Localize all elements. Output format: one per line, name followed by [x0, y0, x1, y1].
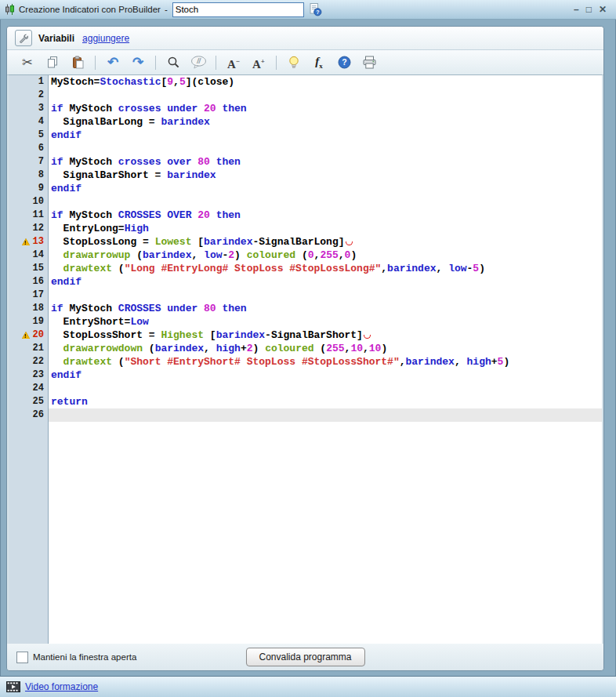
code-line[interactable]: SignalBarShort = barindex	[49, 169, 602, 182]
editor-row: 19 EntryShort=Low	[9, 315, 602, 329]
code-line[interactable]: drawarrowdown (barindex, high+2) coloure…	[49, 342, 602, 355]
code-line[interactable]: if MyStoch CROSSES OVER 20 then	[49, 209, 602, 222]
gutter-cell: 25	[9, 395, 48, 408]
gutter-cell: 9	[9, 182, 48, 195]
svg-text:?: ?	[342, 57, 346, 67]
window-title: Creazione Indicatori con ProBuilder	[19, 5, 161, 14]
line-number: 10	[33, 195, 44, 209]
undo-button[interactable]: ↶	[100, 53, 125, 72]
line-number: 11	[33, 209, 44, 222]
comment-icon: //	[190, 56, 207, 69]
help-button[interactable]: ?	[332, 53, 357, 72]
variables-button[interactable]	[15, 30, 32, 46]
hint-button[interactable]	[281, 53, 306, 72]
title-separator: -	[165, 5, 168, 14]
code-line[interactable]: endif	[49, 129, 602, 142]
validate-program-button[interactable]: Convalida programma	[245, 648, 364, 666]
print-icon	[362, 56, 377, 69]
font-decrease-icon: A−	[227, 56, 240, 70]
editor-row: 22 drawtext ("Short #EntryShort# StopLos…	[9, 355, 602, 368]
code-line[interactable]: endif	[49, 182, 602, 195]
editor-row: 11if MyStoch CROSSES OVER 20 then	[9, 209, 602, 222]
copy-button[interactable]	[40, 53, 65, 72]
footer-bar: Mantieni la finestra aperta Convalida pr…	[7, 644, 603, 670]
code-line[interactable]	[49, 89, 602, 102]
line-number: 20	[33, 329, 44, 342]
code-line[interactable]: SignalBarLong = barindex	[49, 115, 602, 129]
code-line[interactable]: return	[49, 395, 602, 408]
editor-row: 7if MyStoch crosses over 80 then	[9, 155, 602, 169]
cut-button[interactable]: ✂	[15, 53, 40, 72]
code-line[interactable]	[49, 142, 602, 155]
font-increase-button[interactable]: A+	[246, 53, 271, 72]
search-button[interactable]	[161, 53, 186, 72]
editor-row: 1MyStoch=Stochastic[9,5](close)	[9, 75, 602, 89]
line-number: 14	[33, 249, 44, 262]
svg-text:?: ?	[316, 9, 319, 15]
editor-row: 26	[9, 408, 602, 422]
line-number: 18	[33, 302, 44, 315]
line-number: 16	[33, 275, 44, 289]
add-variable-link[interactable]: aggiungere	[82, 33, 129, 44]
code-line[interactable]: drawtext ("Long #EntryLong# StopLoss #St…	[49, 262, 602, 275]
gutter-cell: 2	[9, 89, 48, 102]
function-button[interactable]: fx	[306, 53, 332, 72]
editor-row: 24	[9, 382, 602, 395]
font-increase-icon: A+	[252, 56, 265, 70]
editor-row: 2	[9, 89, 602, 102]
code-line[interactable]: EntryLong=High	[49, 222, 602, 235]
editor-panel: Variabili aggiungere ✂↶↷//A−A+fx? 1MySto…	[6, 26, 604, 671]
redo-button[interactable]: ↷	[125, 53, 150, 72]
gutter-cell: 26	[9, 408, 48, 422]
minimize-button[interactable]: –	[574, 5, 579, 14]
code-line[interactable]: endif	[49, 368, 602, 382]
keep-open-checkbox[interactable]	[16, 652, 28, 663]
code-line[interactable]	[49, 289, 602, 302]
code-line[interactable]: drawarrowup (barindex, low-2) coloured (…	[49, 249, 602, 262]
editor-row: 12 EntryLong=High	[9, 222, 602, 235]
font-decrease-button[interactable]: A−	[221, 53, 246, 72]
code-line[interactable]	[49, 382, 602, 395]
line-number: 4	[38, 115, 44, 129]
code-line-current[interactable]	[49, 408, 602, 422]
video-training-link[interactable]: Video formazione	[25, 681, 98, 692]
keep-open-label: Mantieni la finestra aperta	[33, 652, 136, 662]
gutter-cell: 17	[9, 289, 48, 302]
editor-row: 5endif	[9, 129, 602, 142]
undo-icon: ↶	[107, 56, 118, 69]
code-line[interactable]: EntryShort=Low	[49, 315, 602, 329]
editor-row: 20 StopLossShort = Highest [barindex-Sig…	[9, 329, 602, 342]
code-line[interactable]: if MyStoch crosses over 80 then	[49, 155, 602, 169]
maximize-button[interactable]: □	[586, 5, 592, 14]
print-button[interactable]	[357, 53, 382, 72]
code-line[interactable]: StopLossShort = Highest [barindex-Signal…	[49, 329, 602, 342]
close-button[interactable]: ✕	[599, 5, 607, 14]
gutter-cell: 21	[9, 342, 48, 355]
gutter-cell: 5	[9, 129, 48, 142]
help-icon: ?	[338, 56, 351, 69]
lightbulb-icon	[288, 56, 299, 70]
line-number: 26	[33, 408, 44, 422]
copy-icon	[46, 56, 59, 69]
code-editor[interactable]: 1MyStoch=Stochastic[9,5](close)23if MySt…	[9, 74, 602, 644]
editor-row: 4 SignalBarLong = barindex	[9, 115, 602, 129]
paste-button[interactable]	[65, 53, 90, 72]
function-icon: fx	[315, 55, 323, 70]
code-line[interactable]: if MyStoch CROSSES under 80 then	[49, 302, 602, 315]
gutter-cell: 10	[9, 195, 48, 209]
indicator-name-input[interactable]	[172, 2, 304, 17]
editor-row: 3if MyStoch crosses under 20 then	[9, 102, 602, 115]
gutter-cell: 24	[9, 382, 48, 395]
code-line[interactable]: if MyStoch crosses under 20 then	[49, 102, 602, 115]
code-line[interactable]: StopLossLong = Lowest [barindex-SignalBa…	[49, 235, 602, 249]
gutter-cell: 15	[9, 262, 48, 275]
code-line[interactable]: MyStoch=Stochastic[9,5](close)	[49, 75, 602, 89]
help-doc-icon[interactable]: ?	[308, 2, 322, 16]
code-line[interactable]: drawtext ("Short #EntryShort# StopLoss #…	[49, 355, 602, 368]
video-icon	[6, 681, 20, 692]
line-number: 15	[33, 262, 44, 275]
code-line[interactable]: endif	[49, 275, 602, 289]
error-mark	[346, 241, 353, 245]
code-line[interactable]	[49, 195, 602, 209]
comment-button[interactable]: //	[186, 53, 211, 72]
